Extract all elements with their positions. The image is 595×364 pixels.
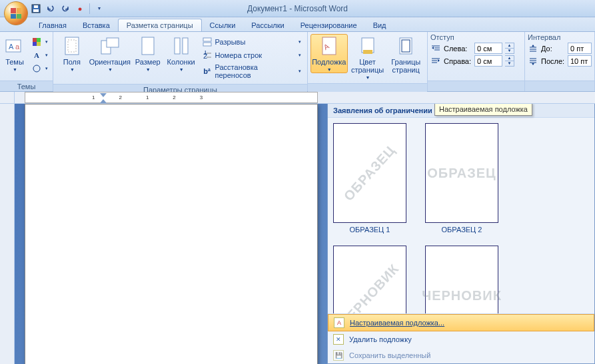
columns-button[interactable]: Колонки▼ xyxy=(165,34,197,73)
pageborders-icon xyxy=(395,35,416,57)
ruler-corner xyxy=(0,92,15,104)
chevron-down-icon: ▼ xyxy=(13,67,17,72)
svg-rect-27 xyxy=(363,50,372,54)
indent-marker[interactable] xyxy=(100,92,107,103)
tab-insert[interactable]: Вставка xyxy=(75,19,118,31)
orientation-icon xyxy=(99,35,121,57)
watermark-gallery: Заявления об ограничении ответственности… xyxy=(327,104,595,364)
margins-button[interactable]: Поля▼ xyxy=(56,34,88,73)
page-borders-button[interactable]: Границы страниц xyxy=(387,34,424,75)
svg-point-10 xyxy=(33,65,40,72)
theme-fonts-button[interactable]: A▾ xyxy=(29,49,50,62)
watermark-option-draft1[interactable]: ЧЕРНОВИК ЧЕРНОВИК 1 xyxy=(333,246,406,313)
spacing-heading: Интервал xyxy=(528,33,592,41)
svg-text:A: A xyxy=(9,43,14,51)
svg-rect-17 xyxy=(183,38,188,54)
tab-review[interactable]: Рецензирование xyxy=(293,19,365,31)
svg-rect-9 xyxy=(37,42,41,46)
themes-icon: Aa xyxy=(4,35,25,57)
spacing-before-input[interactable] xyxy=(568,43,592,54)
font-icon: A xyxy=(31,50,42,61)
svg-rect-6 xyxy=(33,38,37,42)
themes-label: Темы xyxy=(5,58,24,66)
breaks-icon xyxy=(202,37,213,47)
spacing-after-icon xyxy=(528,56,538,67)
svg-text:a: a xyxy=(15,43,20,51)
theme-colors-button[interactable]: ▾ xyxy=(29,35,50,49)
page-color-button[interactable]: Цвет страницы▼ xyxy=(349,34,386,81)
save-selection-button[interactable]: 💾 Сохранить выделенный xyxy=(328,347,594,363)
tab-view[interactable]: Вид xyxy=(365,19,394,31)
effects-icon xyxy=(31,63,42,74)
remove-watermark-icon: ✕ xyxy=(333,334,344,345)
themes-button[interactable]: Aa Темы ▼ xyxy=(3,34,27,73)
svg-rect-15 xyxy=(142,37,154,55)
spacing-before-icon xyxy=(528,43,538,54)
breaks-button[interactable]: Разрывы▾ xyxy=(200,35,303,49)
tab-pagelayout[interactable]: Разметка страницы xyxy=(118,19,202,31)
line-numbers-button[interactable]: 12Номера строк▾ xyxy=(200,49,303,62)
gallery-header: Заявления об ограничении ответственности xyxy=(328,104,594,118)
svg-rect-1 xyxy=(33,9,39,12)
margins-icon xyxy=(61,35,83,57)
columns-icon xyxy=(171,35,192,57)
watermark-option-sample2[interactable]: ОБРАЗЕЦ ОБРАЗЕЦ 2 xyxy=(425,123,498,234)
undo-icon[interactable] xyxy=(45,3,56,14)
watermark-option-draft2[interactable]: ЧЕРНОВИК ЧЕРНОВИК 2 xyxy=(425,246,498,313)
qat-customize-icon[interactable]: ▾ xyxy=(94,3,105,14)
vertical-ruler[interactable] xyxy=(0,104,15,364)
pagecolor-icon xyxy=(357,35,378,57)
indent-right-icon xyxy=(430,56,441,67)
redo-icon[interactable] xyxy=(60,3,71,14)
document-area[interactable]: Заявления об ограничении ответственности… xyxy=(15,104,595,364)
qat-separator xyxy=(89,3,90,14)
svg-rect-19 xyxy=(203,43,211,46)
tab-mailings[interactable]: Рассылки xyxy=(243,19,292,31)
hyphenation-button[interactable]: bªРасстановка переносов▾ xyxy=(200,62,303,81)
spacing-after-input[interactable] xyxy=(568,55,592,67)
watermark-button[interactable]: AПодложка▼ xyxy=(310,34,348,73)
indent-right-spinner[interactable]: ▲▼ xyxy=(505,55,514,67)
record-macro-icon[interactable]: ● xyxy=(75,3,85,14)
svg-rect-7 xyxy=(37,38,41,42)
size-icon xyxy=(137,35,159,57)
svg-rect-8 xyxy=(33,42,37,46)
horizontal-ruler[interactable]: 1 2 1 2 3 xyxy=(15,92,595,104)
watermark-icon: A xyxy=(318,35,340,57)
orientation-button[interactable]: Ориентация▼ xyxy=(89,34,131,73)
indent-left-input[interactable] xyxy=(474,43,502,54)
size-button[interactable]: Размер▼ xyxy=(132,34,164,73)
indent-right-input[interactable] xyxy=(474,55,502,67)
watermark-option-sample1[interactable]: ОБРАЗЕЦ ОБРАЗЕЦ 1 xyxy=(333,123,406,234)
linenumbers-icon: 12 xyxy=(202,50,213,61)
tab-home[interactable]: Главная xyxy=(31,19,75,31)
indent-heading: Отступ xyxy=(430,33,522,41)
indent-left-icon xyxy=(430,43,441,54)
custom-watermark-button[interactable]: A Настраиваемая подложка... xyxy=(328,314,594,331)
palette-icon xyxy=(31,37,42,47)
save-icon[interactable] xyxy=(31,3,41,14)
save-selection-icon: 💾 xyxy=(333,350,344,361)
svg-rect-18 xyxy=(203,38,211,41)
tab-references[interactable]: Ссылки xyxy=(202,19,244,31)
remove-watermark-button[interactable]: ✕ Удалить подложку Настраиваемая подложк… xyxy=(328,331,594,347)
spacing-group-label xyxy=(525,81,594,91)
themes-group-label: Темы xyxy=(0,81,53,91)
indent-group-label xyxy=(428,81,524,91)
office-button[interactable] xyxy=(4,1,28,25)
svg-rect-2 xyxy=(34,5,38,8)
indent-left-spinner[interactable]: ▲▼ xyxy=(505,43,514,54)
window-title: Документ1 - Microsoft Word xyxy=(247,4,348,13)
theme-effects-button[interactable]: ▾ xyxy=(29,62,50,75)
svg-rect-14 xyxy=(107,38,119,47)
svg-rect-16 xyxy=(175,38,180,54)
hyphenation-icon: bª xyxy=(202,66,213,77)
custom-watermark-icon: A xyxy=(334,317,344,328)
document-page[interactable] xyxy=(25,104,318,364)
